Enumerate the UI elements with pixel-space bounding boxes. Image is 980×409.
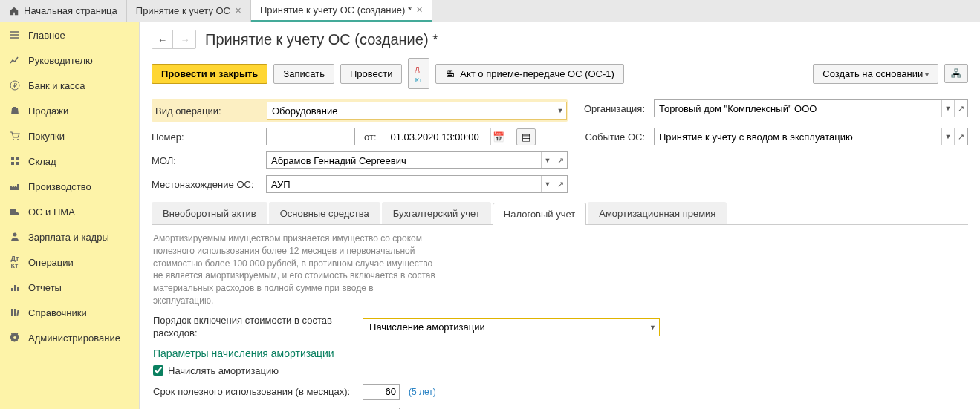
- open-ref-icon[interactable]: ↗: [554, 176, 567, 192]
- tab-home-label: Начальная страница: [24, 5, 117, 16]
- sidebar-item-purchases[interactable]: Покупки: [0, 123, 139, 148]
- dtkt-icon: ДтКт: [9, 256, 21, 268]
- nav-back-button[interactable]: ←: [152, 30, 173, 48]
- event-field[interactable]: ▼ ↗: [654, 128, 968, 145]
- sidebar-item-bank[interactable]: ₽ Банк и касса: [0, 73, 139, 98]
- tab-doc-1[interactable]: Принятие к учету ОС ✕: [127, 0, 251, 22]
- org-label: Организация:: [583, 103, 649, 114]
- sidebar-item-reports[interactable]: Отчеты: [0, 275, 139, 300]
- dtkt-button[interactable]: ДтКт: [408, 58, 429, 89]
- sidebar-item-main[interactable]: Главное: [0, 22, 139, 48]
- sidebar-item-label: Справочники: [28, 307, 87, 318]
- event-label: Событие ОС:: [583, 131, 649, 143]
- calc-amort-checkbox[interactable]: [153, 365, 163, 376]
- chevron-down-icon[interactable]: ▼: [941, 100, 954, 117]
- sidebar-item-label: Покупки: [28, 131, 65, 142]
- structure-button[interactable]: [944, 64, 968, 83]
- tab-doc-1-label: Принятие к учету ОС: [136, 5, 230, 16]
- open-ref-icon[interactable]: ↗: [554, 152, 567, 168]
- close-icon[interactable]: ✕: [235, 6, 241, 16]
- tab-accounting[interactable]: Бухгалтерский учет: [382, 202, 491, 224]
- sidebar-item-operations[interactable]: ДтКт Операции: [0, 249, 139, 275]
- sidebar-item-references[interactable]: Справочники: [0, 300, 139, 325]
- chevron-down-icon[interactable]: ▼: [941, 128, 954, 145]
- mol-label: МОЛ:: [152, 155, 262, 166]
- nav-forward-button[interactable]: →: [175, 30, 195, 48]
- org-field[interactable]: ▼ ↗: [654, 99, 968, 117]
- calendar-icon[interactable]: 📅: [490, 128, 507, 145]
- create-based-button[interactable]: Создать на основании: [813, 64, 938, 84]
- tab-doc-2[interactable]: Принятие к учету ОС (создание) * ✕: [251, 0, 432, 22]
- truck-icon: [9, 206, 21, 217]
- books-icon: [9, 307, 21, 318]
- barcode-button[interactable]: ▤: [516, 128, 536, 145]
- sidebar-item-assets[interactable]: ОС и НМА: [0, 199, 139, 224]
- sidebar-item-admin[interactable]: Администрирование: [0, 325, 139, 350]
- sidebar-item-salary[interactable]: Зарплата и кадры: [0, 224, 139, 249]
- sidebar-item-label: Продажи: [28, 105, 68, 117]
- open-ref-icon[interactable]: ↗: [954, 128, 967, 145]
- open-ref-icon[interactable]: ↗: [954, 100, 967, 117]
- sidebar-item-label: ОС и НМА: [28, 206, 75, 217]
- order-field[interactable]: ▼: [363, 318, 660, 336]
- useful-life-input[interactable]: [363, 384, 400, 400]
- date-field[interactable]: 📅: [386, 128, 507, 145]
- svg-rect-16: [952, 75, 955, 77]
- boxes-icon: [9, 155, 21, 167]
- svg-rect-14: [16, 310, 19, 316]
- page-title: Принятие к учету ОС (создание) *: [205, 31, 438, 48]
- post-button[interactable]: Провести: [340, 64, 403, 84]
- svg-rect-13: [14, 309, 16, 316]
- print-act-button[interactable]: 🖶 Акт о приеме-передаче ОС (ОС-1): [435, 64, 624, 84]
- from-label: от:: [364, 131, 377, 143]
- post-close-button[interactable]: Провести и закрыть: [152, 64, 267, 84]
- svg-text:₽: ₽: [13, 82, 17, 89]
- svg-rect-15: [955, 69, 958, 71]
- ruble-icon: ₽: [9, 79, 21, 91]
- tab-noncurrent[interactable]: Внеоборотный актив: [152, 202, 267, 224]
- chart-line-icon: [9, 54, 21, 66]
- chevron-down-icon[interactable]: ▼: [554, 102, 566, 119]
- calc-amort-label: Начислять амортизацию: [168, 365, 279, 376]
- sidebar-item-label: Производство: [28, 181, 91, 192]
- sidebar-item-sales[interactable]: Продажи: [0, 98, 139, 123]
- tab-doc-2-label: Принятие к учету ОС (создание) *: [260, 4, 412, 16]
- sidebar-item-label: Отчеты: [28, 282, 62, 293]
- chevron-down-icon[interactable]: ▼: [646, 319, 659, 336]
- content-area: ← → Принятие к учету ОС (создание) * Про…: [140, 22, 980, 409]
- location-field[interactable]: ▼ ↗: [266, 175, 568, 193]
- svg-rect-7: [16, 162, 19, 165]
- sidebar-item-warehouse[interactable]: Склад: [0, 148, 139, 174]
- sidebar-item-manager[interactable]: Руководителю: [0, 48, 139, 73]
- bag-icon: [9, 105, 21, 117]
- close-icon[interactable]: ✕: [416, 5, 423, 15]
- number-label: Номер:: [152, 131, 262, 143]
- sidebar-item-label: Банк и касса: [28, 80, 85, 91]
- home-icon: [9, 6, 19, 16]
- svg-rect-11: [17, 287, 19, 291]
- tab-tax[interactable]: Налоговый учет: [493, 203, 586, 225]
- number-field[interactable]: [266, 128, 355, 145]
- mol-field[interactable]: ▼ ↗: [266, 151, 568, 169]
- tax-info-text: Амортизируемым имуществом признается иму…: [153, 232, 435, 307]
- cart-icon: [9, 130, 21, 142]
- op-type-label: Вид операции:: [152, 105, 262, 117]
- useful-life-label: Срок полезного использования (в месяцах)…: [153, 386, 354, 397]
- svg-point-2: [13, 139, 14, 140]
- doc-tabs: Внеоборотный актив Основные средства Бух…: [152, 202, 968, 225]
- tab-tax-content: Амортизируемым имуществом признается иму…: [152, 225, 968, 409]
- sidebar-item-production[interactable]: Производство: [0, 174, 139, 199]
- chevron-down-icon[interactable]: ▼: [541, 176, 553, 192]
- tab-amort-bonus[interactable]: Амортизационная премия: [588, 202, 727, 224]
- op-type-field[interactable]: ▼: [267, 102, 567, 120]
- chevron-down-icon[interactable]: ▼: [541, 152, 553, 168]
- factory-icon: [9, 180, 21, 192]
- gear-icon: [9, 332, 21, 344]
- save-button[interactable]: Записать: [273, 64, 334, 84]
- sidebar-item-label: Склад: [28, 156, 56, 167]
- printer-icon: 🖶: [445, 68, 455, 79]
- tab-fixed-assets[interactable]: Основные средства: [269, 202, 380, 224]
- sidebar-item-label: Администрирование: [28, 333, 120, 344]
- sidebar-item-label: Операции: [28, 257, 74, 268]
- tab-home[interactable]: Начальная страница: [0, 0, 127, 22]
